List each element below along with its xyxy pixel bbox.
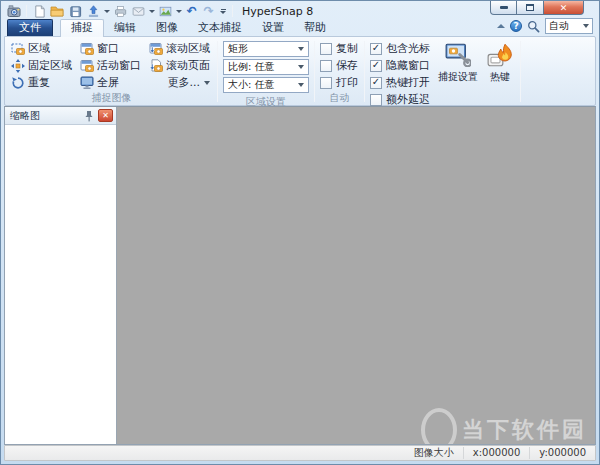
ribbon-empty-space: [523, 39, 595, 104]
save-button[interactable]: [67, 4, 83, 18]
panel-close-button[interactable]: ✕: [98, 109, 113, 122]
maximize-button[interactable]: [517, 1, 544, 15]
capture-window-button[interactable]: 窗口: [77, 40, 146, 57]
active-window-icon: [80, 59, 94, 73]
printer-icon: [114, 5, 127, 18]
include-cursor-checkbox[interactable]: 包含光标: [367, 40, 434, 57]
capture-image-group: 区域 固定区域 重复 窗口: [8, 39, 215, 104]
ratio-select[interactable]: 比例: 任意: [223, 59, 309, 75]
capture-region-button[interactable]: 区域: [8, 40, 77, 57]
thumbnail-panel: 缩略图 ✕: [5, 107, 117, 444]
title-bar: ↶ ↷ HyperSnap 8 ✕: [4, 1, 596, 19]
new-document-button[interactable]: [31, 4, 47, 18]
tab-image[interactable]: 图像: [146, 20, 188, 36]
tab-edit[interactable]: 编辑: [104, 20, 146, 36]
ribbon: 区域 固定区域 重复 窗口: [4, 36, 596, 106]
image-edit-button[interactable]: [157, 4, 173, 18]
button-label: 窗口: [97, 41, 119, 56]
open-button[interactable]: [49, 4, 65, 18]
mail-dropdown[interactable]: [148, 10, 155, 13]
pin-icon[interactable]: [84, 110, 94, 122]
status-y-coordinate: y:000000: [529, 447, 595, 459]
auto-save-checkbox[interactable]: 保存: [317, 57, 362, 74]
fullscreen-icon: [80, 76, 94, 90]
button-label: 活动窗口: [97, 58, 141, 73]
checkbox-box: [370, 43, 382, 55]
close-icon: ✕: [560, 3, 568, 13]
hotkey-flame-icon: [487, 43, 513, 67]
zoom-mode-select[interactable]: 自动: [545, 18, 593, 34]
capture-upload-button[interactable]: [85, 4, 101, 18]
tab-help[interactable]: 帮助: [294, 20, 336, 36]
tab-file[interactable]: 文件: [7, 19, 53, 36]
capture-fixed-region-button[interactable]: 固定区域: [8, 57, 77, 74]
auto-print-checkbox[interactable]: 打印: [317, 74, 362, 91]
minimize-button[interactable]: [490, 1, 517, 15]
collapse-ribbon-button[interactable]: [497, 24, 505, 28]
checkbox-label: 隐藏窗口: [386, 58, 430, 73]
save-icon: [69, 5, 82, 18]
undo-button[interactable]: ↶: [184, 5, 199, 17]
window-capture-icon: [80, 42, 94, 56]
button-label: 全屏: [97, 75, 119, 90]
group-separator: [364, 41, 365, 102]
customize-toolbar-button[interactable]: [218, 9, 228, 14]
thumbnail-list[interactable]: [5, 125, 116, 444]
hide-window-checkbox[interactable]: 隐藏窗口: [367, 57, 434, 74]
mail-button[interactable]: [130, 4, 146, 18]
help-button[interactable]: ?: [510, 20, 522, 32]
watermark: 当下软件园: [421, 408, 587, 444]
maximize-icon: [526, 4, 534, 11]
tabrow-right-controls: ? 自动: [497, 18, 593, 36]
hotkey-open-checkbox[interactable]: 热键打开: [367, 74, 434, 91]
scroll-region-icon: [149, 42, 163, 56]
checkbox-box: [320, 77, 332, 89]
print-button[interactable]: [112, 4, 128, 18]
button-label: 滚动区域: [166, 41, 210, 56]
image-edit-dropdown[interactable]: [175, 10, 182, 13]
capture-repeat-button[interactable]: 重复: [8, 74, 77, 91]
window-controls: ✕: [490, 1, 584, 15]
dropdown-arrow-icon: [583, 24, 589, 28]
watermark-text: 当下软件园: [462, 415, 587, 444]
status-x-coordinate: x:000000: [463, 447, 529, 459]
checkbox-label: 复制: [336, 41, 358, 56]
status-bar: 图像大小 x:000000 y:000000: [4, 445, 596, 461]
select-value: 比例: 任意: [228, 60, 275, 74]
capture-more-button[interactable]: 更多...: [146, 74, 215, 91]
capture-settings-button[interactable]: 捕捉设置: [434, 39, 482, 104]
chevron-down-icon: [176, 10, 182, 13]
upload-icon: [87, 5, 100, 18]
select-value: 大小: 任意: [228, 78, 275, 92]
capture-scroll-region-button[interactable]: 滚动区域: [146, 40, 215, 57]
group-separator: [314, 41, 315, 102]
repeat-capture-icon: [11, 76, 25, 90]
auto-copy-checkbox[interactable]: 复制: [317, 40, 362, 57]
tab-settings[interactable]: 设置: [252, 20, 294, 36]
image-canvas[interactable]: 当下软件园: [117, 107, 595, 444]
new-document-icon: [33, 5, 46, 18]
checkbox-box: [320, 60, 332, 72]
capture-scroll-page-button[interactable]: 滚动页面: [146, 57, 215, 74]
tab-text-capture[interactable]: 文本捕捉: [188, 20, 252, 36]
dropdown-arrow-icon: [204, 81, 210, 85]
scroll-page-icon: [149, 59, 163, 73]
checkbox-label: 保存: [336, 58, 358, 73]
redo-button[interactable]: ↷: [201, 5, 216, 17]
close-button[interactable]: ✕: [544, 1, 584, 15]
size-select[interactable]: 大小: 任意: [223, 77, 309, 93]
hotkey-button[interactable]: 热键: [482, 39, 518, 104]
app-icon: [6, 4, 22, 18]
zoom-mode-value: 自动: [549, 19, 569, 33]
shape-select[interactable]: 矩形: [223, 41, 309, 57]
checkbox-box: [370, 94, 382, 106]
capture-active-window-button[interactable]: 活动窗口: [77, 57, 146, 74]
capture-fullscreen-button[interactable]: 全屏: [77, 74, 146, 91]
checkbox-box: [370, 77, 382, 89]
magnifier-icon[interactable]: [527, 20, 540, 33]
chevron-down-icon: [104, 10, 110, 13]
capture-upload-dropdown[interactable]: [103, 10, 110, 13]
chevron-down-icon: [149, 10, 155, 13]
region-settings-group: 矩形 比例: 任意 大小: 任意 区域设置: [220, 39, 312, 104]
tab-capture[interactable]: 捕捉: [60, 19, 104, 37]
